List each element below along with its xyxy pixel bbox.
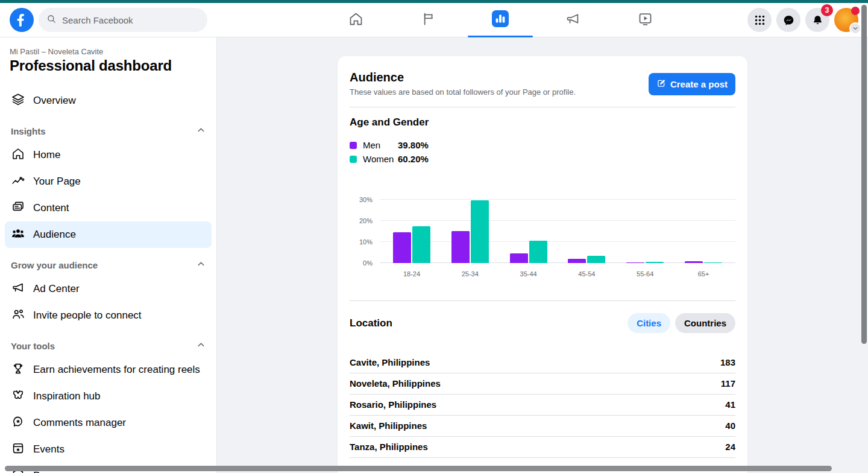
sidebar-section-label: Insights [11, 126, 46, 136]
bar-group-45-54 [568, 256, 605, 263]
sidebar-menu: OverviewInsightsHomeYour PageContentAudi… [0, 87, 216, 473]
sidebar-section-grow-your-audience[interactable]: Grow your audience [5, 254, 212, 276]
sidebar-item-ad-center[interactable]: Ad Center [5, 276, 212, 302]
bar-men-65+ [685, 261, 703, 263]
location-name: Tanza, Philippines [350, 442, 428, 452]
sidebar-item-overview[interactable]: Overview [5, 87, 212, 114]
active-tab-underline [468, 36, 533, 37]
comment-star-icon [11, 414, 25, 432]
chevron-up-icon [197, 125, 206, 136]
bar-group-18-24 [393, 226, 430, 263]
audience-subtitle: These values are based on total follower… [350, 87, 576, 97]
bar-men-18-24 [393, 232, 411, 263]
x-tick-label: 18-24 [393, 270, 430, 278]
sidebar-item-audience[interactable]: Audience [5, 221, 212, 248]
location-count: 40 [725, 421, 735, 431]
sidebar-item-label: Audience [33, 229, 76, 241]
messenger-icon [782, 14, 795, 27]
sidebar-item-label: Overview [33, 95, 76, 107]
search-icon [46, 14, 57, 26]
page-body: Mi Pastil – Noveleta Cavite Professional… [0, 37, 868, 473]
age-gender-legend: Men39.80%Women60.20% [350, 138, 735, 166]
sidebar-item-comments-manager[interactable]: Comments manager [5, 410, 212, 436]
insights-icon [492, 10, 509, 30]
sidebar-item-label: Events [33, 443, 64, 456]
location-tabs: CitiesCountries [627, 313, 735, 333]
sidebar-item-home[interactable]: Home [5, 142, 212, 168]
sidebar-item-events[interactable]: Events [5, 436, 212, 463]
main-content: Audience These values are based on total… [217, 37, 868, 473]
audience-heading: Audience [350, 71, 576, 84]
bar-women-45-54 [587, 256, 605, 263]
horizontal-scrollbar[interactable] [5, 466, 832, 471]
y-tick-label: 10% [359, 238, 373, 246]
x-tick-label: 25-34 [451, 270, 489, 278]
x-tick-label: 55-64 [626, 270, 664, 278]
notification-badge: 3 [821, 4, 833, 16]
messenger-button[interactable] [776, 8, 800, 32]
location-name: Kawit, Philippines [350, 421, 427, 431]
sidebar-section-your-tools[interactable]: Your tools [5, 335, 212, 357]
calendar-star-icon [11, 441, 25, 459]
bar-group-65+ [685, 261, 722, 263]
page-context: Mi Pastil – Noveleta Cavite [0, 47, 216, 56]
y-tick-label: 0% [363, 259, 373, 267]
nav-tab-home[interactable] [322, 3, 389, 37]
audience-card-header: Audience These values are based on total… [350, 56, 735, 97]
legend-swatch [350, 142, 357, 149]
bars [380, 192, 735, 263]
legend-label: Women [363, 154, 398, 164]
nav-tab-ad-center[interactable] [539, 3, 606, 37]
y-axis: 0%10%20%30% [350, 192, 380, 263]
bar-group-25-34 [451, 200, 489, 263]
sidebar-item-label: Inspiration hub [33, 390, 101, 402]
facebook-logo-icon [10, 8, 34, 32]
nav-tab-insights[interactable] [467, 3, 534, 37]
megaphone-icon [565, 11, 581, 30]
divider [350, 107, 735, 107]
bar-men-55-64 [626, 262, 644, 263]
x-axis: 18-2425-3435-4445-5455-6465+ [380, 270, 735, 278]
x-tick-label: 35-44 [510, 270, 547, 278]
notifications-button[interactable]: 3 [805, 8, 829, 32]
bar-women-35-44 [529, 241, 547, 263]
nav-tab-video[interactable] [611, 3, 679, 37]
compose-icon [656, 78, 666, 90]
bar-men-45-54 [568, 259, 586, 263]
location-tab-cities[interactable]: Cities [627, 313, 670, 333]
sidebar-item-earn-achievements-for-creating-reels[interactable]: Earn achievements for creating reels [5, 357, 212, 383]
nav-tab-pages[interactable] [394, 3, 462, 37]
create-post-label: Create a post [670, 79, 728, 89]
plot-area [380, 192, 735, 263]
location-count: 41 [725, 399, 735, 410]
sidebar-item-invite-people-to-connect[interactable]: Invite people to connect [5, 302, 212, 329]
location-row: Cavite, Philippines183 [350, 352, 735, 373]
top-nav-bar: Search Facebook 3 [0, 3, 868, 37]
layers-icon [11, 92, 25, 110]
location-row: Tanza, Philippines24 [350, 437, 735, 458]
vertical-scrollbar[interactable] [861, 5, 867, 344]
location-list: Cavite, Philippines183Noveleta, Philippi… [350, 352, 735, 458]
location-row: Kawit, Philippines40 [350, 416, 735, 437]
sidebar-item-label: Invite people to connect [33, 310, 142, 322]
location-count: 24 [725, 442, 735, 452]
create-post-button[interactable]: Create a post [649, 73, 735, 95]
profile-avatar-button[interactable] [834, 8, 858, 32]
sidebar-section-insights[interactable]: Insights [5, 120, 212, 142]
facebook-logo[interactable] [10, 8, 34, 32]
home-icon [11, 147, 25, 164]
sidebar-item-inspiration-hub[interactable]: Inspiration hub [5, 383, 212, 410]
invite-icon [11, 307, 25, 325]
legend-swatch [350, 156, 357, 163]
sidebar-item-your-page[interactable]: Your Page [5, 168, 212, 195]
location-header: Location CitiesCountries [350, 313, 735, 333]
legend-label: Men [363, 140, 398, 150]
search-input[interactable]: Search Facebook [39, 8, 207, 32]
y-tick-label: 30% [359, 196, 373, 203]
sidebar-item-content[interactable]: Content [5, 195, 212, 221]
audience-icon [11, 226, 25, 244]
location-tab-countries[interactable]: Countries [675, 313, 735, 333]
trend-icon [11, 173, 25, 191]
bar-group-55-64 [626, 262, 664, 263]
menu-grid-button[interactable] [747, 8, 772, 32]
